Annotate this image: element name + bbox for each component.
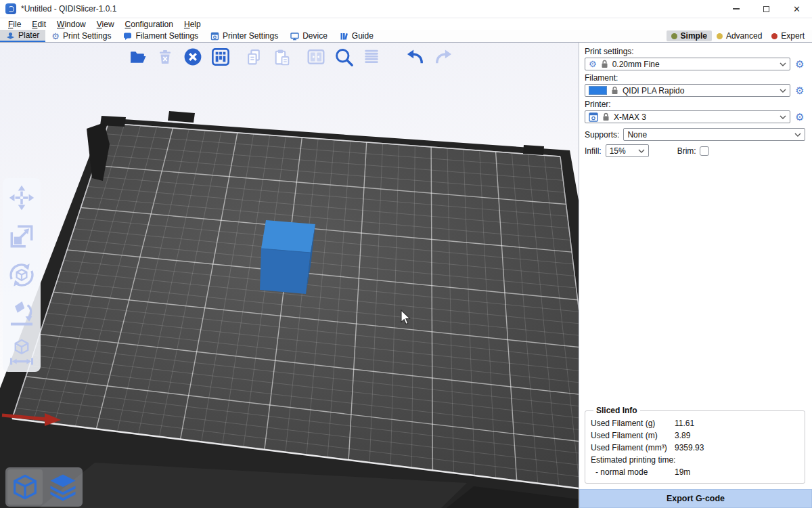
estimated-time-header: Estimated printing time: <box>591 455 799 465</box>
preview-view-button[interactable] <box>45 469 81 505</box>
tab-guide[interactable]: Guide <box>334 30 380 42</box>
delete-all-icon[interactable] <box>183 47 203 67</box>
minimize-button[interactable] <box>721 0 751 18</box>
chevron-down-icon <box>780 89 786 93</box>
paste-icon[interactable] <box>271 47 292 67</box>
printer-icon <box>210 32 219 41</box>
sliced-info-row: - normal mode 19m <box>591 467 799 477</box>
print-settings-label: Print settings: <box>585 47 805 56</box>
lock-icon <box>602 112 610 121</box>
sliced-info-row: Used Filament (m) 3.89 <box>591 431 799 440</box>
close-icon: ✕ <box>793 5 800 14</box>
menu-configuration[interactable]: Configuration <box>120 20 179 29</box>
title-bar: *Untitled - QIDISlicer-1.0.1 ✕ <box>0 0 812 18</box>
menu-help[interactable]: Help <box>179 20 206 29</box>
filament-icon <box>123 32 132 41</box>
export-gcode-button[interactable]: Export G-code <box>579 489 812 508</box>
undo-icon[interactable] <box>405 47 426 67</box>
printer-icon <box>589 112 598 122</box>
menu-file[interactable]: File <box>3 20 26 29</box>
tab-filament-settings[interactable]: Filament Settings <box>117 30 204 42</box>
menu-window[interactable]: Window <box>51 20 91 29</box>
menu-edit[interactable]: Edit <box>26 20 51 29</box>
maximize-icon <box>763 6 769 12</box>
app-icon <box>5 3 16 14</box>
mode-simple[interactable]: Simple <box>667 30 712 41</box>
redo-icon[interactable] <box>433 47 453 67</box>
mode-switcher: Simple Advanced Expert <box>667 30 812 42</box>
chevron-down-icon <box>780 115 786 119</box>
device-icon <box>290 32 299 41</box>
3d-editor-view-button[interactable] <box>7 469 43 505</box>
chevron-down-icon <box>638 149 645 153</box>
mode-advanced[interactable]: Advanced <box>712 30 767 41</box>
supports-label: Supports: <box>585 130 619 140</box>
supports-combo[interactable]: None <box>623 128 805 141</box>
3d-editor-icon <box>12 473 39 501</box>
main-toolbar <box>127 47 453 67</box>
sliced-info-panel: Sliced Info Used Filament (g) 11.61 Used… <box>585 406 805 484</box>
close-button[interactable]: ✕ <box>782 0 812 18</box>
expert-dot-icon <box>771 33 777 39</box>
gear-icon: ⚙ <box>589 60 597 68</box>
brim-checkbox[interactable] <box>700 146 709 156</box>
split-icon[interactable] <box>306 47 326 67</box>
settings-sidebar: Print settings: ⚙ 0.20mm Fine ⚙ Filament… <box>579 43 812 508</box>
filament-gear-button[interactable]: ⚙ <box>794 85 805 96</box>
chevron-down-icon <box>794 133 801 137</box>
model-cube[interactable] <box>260 220 315 294</box>
brim-label: Brim: <box>677 146 696 156</box>
filament-combo[interactable]: QIDI PLA Rapido <box>585 84 790 97</box>
lock-icon <box>611 86 618 95</box>
minimize-icon <box>733 8 740 9</box>
3d-viewport[interactable] <box>0 43 579 508</box>
preview-layers-icon <box>49 473 77 501</box>
filament-color-swatch <box>589 86 607 95</box>
move-icon[interactable] <box>7 184 36 212</box>
gear-icon: ⚙ <box>51 32 60 41</box>
scale-icon[interactable] <box>7 222 36 251</box>
menu-view[interactable]: View <box>91 20 120 29</box>
guide-icon <box>340 32 348 41</box>
tab-printer-settings[interactable]: Printer Settings <box>204 30 284 42</box>
measure-icon[interactable] <box>7 338 36 366</box>
sliced-info-row: Used Filament (mm³) 9359.93 <box>591 443 799 452</box>
filament-label: Filament: <box>585 73 805 83</box>
plater-icon <box>6 31 15 40</box>
open-icon[interactable] <box>127 47 148 67</box>
arrange-icon[interactable] <box>210 47 231 67</box>
object-toolbar <box>3 178 41 372</box>
build-plate-scene <box>0 43 579 508</box>
print-settings-combo[interactable]: ⚙ 0.20mm Fine <box>585 58 790 70</box>
variable-layer-height-icon[interactable] <box>361 47 382 67</box>
copy-icon[interactable] <box>244 47 264 67</box>
tab-device[interactable]: Device <box>284 30 334 42</box>
infill-label: Infill: <box>585 146 602 156</box>
infill-combo[interactable]: 15% <box>606 144 649 157</box>
mode-expert[interactable]: Expert <box>767 30 809 41</box>
window-title: *Untitled - QIDISlicer-1.0.1 <box>21 4 116 14</box>
lock-icon <box>601 60 608 68</box>
sliced-info-title: Sliced Info <box>593 406 640 415</box>
tab-print-settings[interactable]: ⚙ Print Settings <box>45 30 117 42</box>
printer-label: Printer: <box>585 100 805 109</box>
search-icon[interactable] <box>334 47 354 67</box>
delete-icon[interactable] <box>155 47 175 67</box>
printer-gear-button[interactable]: ⚙ <box>794 112 805 122</box>
rotate-icon[interactable] <box>7 261 36 289</box>
view-mode-toggles <box>5 467 83 507</box>
chevron-down-icon <box>780 62 786 66</box>
menu-bar: File Edit Window View Configuration Help <box>0 18 812 30</box>
tab-plater[interactable]: Plater <box>0 30 45 42</box>
place-on-face-icon[interactable] <box>7 299 36 328</box>
printer-combo[interactable]: X-MAX 3 <box>585 110 790 123</box>
advanced-dot-icon <box>717 33 723 39</box>
simple-dot-icon <box>671 33 677 39</box>
sliced-info-row: Used Filament (g) 11.61 <box>591 419 799 428</box>
maximize-button[interactable] <box>751 0 782 18</box>
tab-bar: Plater ⚙ Print Settings Filament Setting… <box>0 30 812 43</box>
print-settings-gear-button[interactable]: ⚙ <box>794 59 805 69</box>
